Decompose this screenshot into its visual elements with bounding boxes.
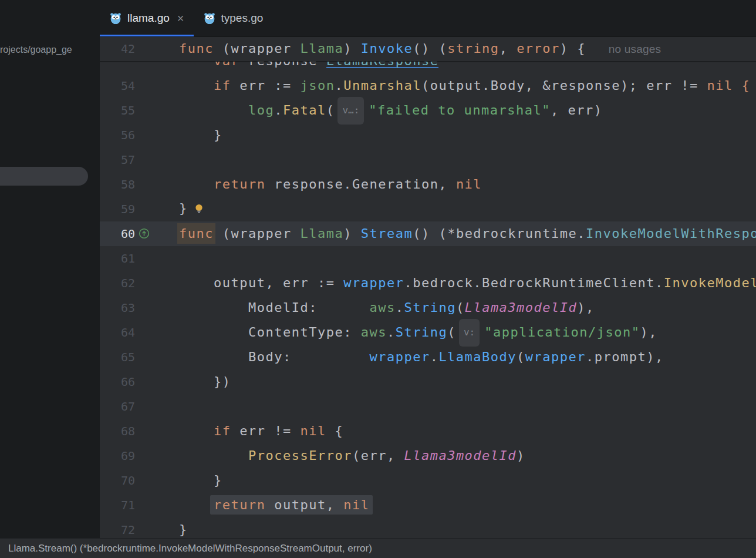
- code-line[interactable]: 61: [100, 246, 756, 271]
- code-line[interactable]: 58 return response.Generation, nil: [100, 172, 756, 197]
- code-token: (wrapper: [214, 226, 300, 241]
- line-number[interactable]: 59: [100, 202, 135, 216]
- code-token: , err): [551, 103, 602, 117]
- code-line[interactable]: 70 }: [100, 468, 756, 493]
- code-token: var: [214, 62, 239, 68]
- line-number[interactable]: 71: [100, 498, 135, 512]
- code-token: "failed to unmarshal": [369, 103, 551, 117]
- code-token: .: [430, 349, 439, 364]
- code-token: LlamaResponse: [326, 62, 439, 68]
- code-line[interactable]: 62 output, err := wrapper.bedrock.Bedroc…: [100, 271, 756, 295]
- line-number[interactable]: 62: [100, 276, 135, 290]
- code-line[interactable]: 67: [100, 394, 756, 419]
- tab-llama-go[interactable]: llama.go ×: [100, 0, 194, 36]
- code-token: response.Generation,: [265, 177, 455, 191]
- code-token: {: [326, 423, 344, 438]
- code-text: if err != nil {: [179, 419, 343, 443]
- line-number[interactable]: 57: [100, 153, 135, 167]
- line-number[interactable]: 63: [100, 301, 135, 315]
- code-token: Fatal: [283, 103, 326, 117]
- code-token: nil: [456, 177, 482, 191]
- code-token: LlamaBody: [438, 349, 517, 364]
- inlay-hint[interactable]: v:: [459, 319, 480, 347]
- code-token: ),: [640, 325, 658, 339]
- code-line[interactable]: 59}: [100, 197, 756, 221]
- code-token: err :=: [231, 78, 300, 93]
- code-token: ),: [577, 300, 595, 315]
- code-token: Llama3modelId: [404, 448, 517, 463]
- line-number[interactable]: 55: [100, 103, 135, 117]
- code-token: [179, 177, 214, 191]
- code-line[interactable]: 42func (wrapper Llama) Invoke() (string,…: [100, 36, 756, 62]
- line-number[interactable]: 69: [100, 449, 135, 463]
- code-token: nil {: [707, 78, 751, 93]
- code-editor[interactable]: 42func (wrapper Llama) Invoke() (string,…: [100, 36, 756, 538]
- code-token: InvokeModelWithResponseStream(: [664, 275, 756, 290]
- code-token: func: [179, 41, 214, 56]
- code-token: ): [517, 448, 525, 463]
- line-number[interactable]: 42: [100, 42, 135, 56]
- code-token: (output.Body, &response); err !=: [421, 78, 707, 93]
- code-token: (: [517, 349, 525, 364]
- sticky-header-line[interactable]: 42func (wrapper Llama) Invoke() (string,…: [100, 36, 756, 62]
- code-token: Stream: [361, 226, 413, 241]
- line-number[interactable]: 60: [100, 227, 135, 241]
- line-number[interactable]: 65: [100, 350, 135, 364]
- code-token: [179, 103, 248, 117]
- editor-tab-bar: llama.go × types.go: [100, 0, 756, 37]
- code-line[interactable]: 68 if err != nil {: [100, 419, 756, 443]
- code-token: Llama3modelId: [465, 300, 578, 315]
- code-line[interactable]: 69 ProcessError(err, Llama3modelId): [100, 443, 756, 468]
- line-number[interactable]: 72: [100, 523, 135, 537]
- code-token: }: [179, 201, 188, 216]
- line-number[interactable]: 58: [100, 177, 135, 191]
- code-line[interactable]: 65 Body: wrapper.LlamaBody(wrapper.promp…: [100, 345, 756, 369]
- code-text: }: [179, 123, 222, 147]
- line-number[interactable]: 61: [100, 251, 135, 265]
- line-number[interactable]: 68: [100, 424, 135, 438]
- code-line[interactable]: 72}: [100, 517, 756, 538]
- code-token: aws: [361, 325, 387, 339]
- code-text: ContentType: aws.String(v:"application/j…: [179, 319, 657, 347]
- code-token: ModelId:: [179, 300, 369, 315]
- code-line[interactable]: 54 if err := json.Unmarshal(output.Body,…: [100, 73, 756, 98]
- code-token: if: [214, 423, 231, 438]
- code-line[interactable]: 60func (wrapper Llama) Stream() (*bedroc…: [100, 221, 756, 246]
- code-token: response: [239, 62, 326, 68]
- code-token: () (*bedrockruntime.: [413, 226, 586, 241]
- code-token: wrapper: [525, 349, 586, 364]
- code-token: ,: [500, 41, 517, 56]
- line-number[interactable]: 67: [100, 399, 135, 414]
- code-line[interactable]: 63 ModelId: aws.String(Llama3modelId),: [100, 295, 756, 320]
- line-number[interactable]: 64: [100, 325, 135, 339]
- code-token: [179, 448, 248, 463]
- code-line[interactable]: 56 }: [100, 123, 756, 147]
- line-number[interactable]: 56: [100, 128, 135, 142]
- tab-types-go[interactable]: types.go: [194, 0, 273, 36]
- code-text: if err := json.Unmarshal(output.Body, &r…: [179, 73, 750, 98]
- tab-label: llama.go: [127, 12, 170, 25]
- code-token: .prompt),: [586, 349, 664, 364]
- code-lines: 54 if err := json.Unmarshal(output.Body,…: [100, 73, 756, 538]
- close-tab-icon[interactable]: ×: [177, 12, 184, 24]
- override-marker-icon[interactable]: [139, 228, 150, 239]
- code-line[interactable]: 64 ContentType: aws.String(v:"applicatio…: [100, 320, 756, 345]
- code-line[interactable]: 57: [100, 147, 756, 172]
- code-line[interactable]: var response LlamaResponse: [100, 62, 756, 73]
- line-number[interactable]: 70: [100, 473, 135, 488]
- clipped-scrolled-line[interactable]: var response LlamaResponse: [100, 62, 756, 73]
- code-line[interactable]: 71 return output, nil: [100, 493, 756, 517]
- code-text: func (wrapper Llama) Invoke() (string, e…: [179, 36, 661, 62]
- code-line[interactable]: 66 }): [100, 369, 756, 394]
- project-item-highlight[interactable]: [0, 167, 88, 186]
- line-number[interactable]: 54: [100, 79, 135, 93]
- code-token: [179, 62, 214, 68]
- code-line[interactable]: 55 log.Fatal(v…:"failed to unmarshal", e…: [100, 98, 756, 123]
- code-token: aws: [369, 300, 395, 315]
- lightbulb-icon[interactable]: [194, 197, 204, 222]
- inlay-hint[interactable]: v…:: [338, 97, 364, 125]
- line-number[interactable]: 66: [100, 375, 135, 389]
- code-token: .: [396, 300, 404, 315]
- code-token: }): [179, 374, 231, 389]
- code-token: err !=: [231, 423, 300, 438]
